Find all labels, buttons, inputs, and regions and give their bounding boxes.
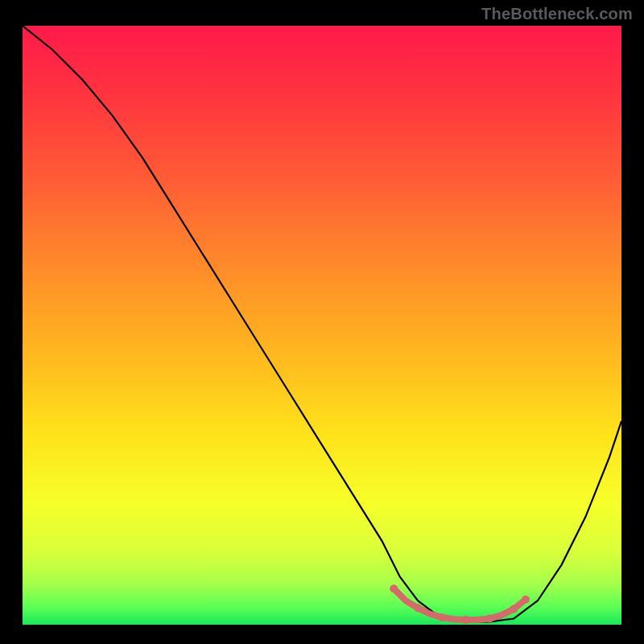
highlight-dot [438, 613, 446, 621]
bottleneck-chart [23, 26, 621, 625]
watermark-label: TheBottleneck.com [481, 5, 633, 23]
highlight-dot [390, 584, 398, 592]
highlight-dot [522, 596, 530, 604]
highlight-dot [485, 615, 493, 623]
highlight-dot [462, 616, 470, 624]
chart-page: TheBottleneck.com [0, 0, 644, 644]
highlight-dot [510, 605, 518, 613]
plot-area [23, 26, 621, 625]
highlight-dot [414, 604, 422, 612]
